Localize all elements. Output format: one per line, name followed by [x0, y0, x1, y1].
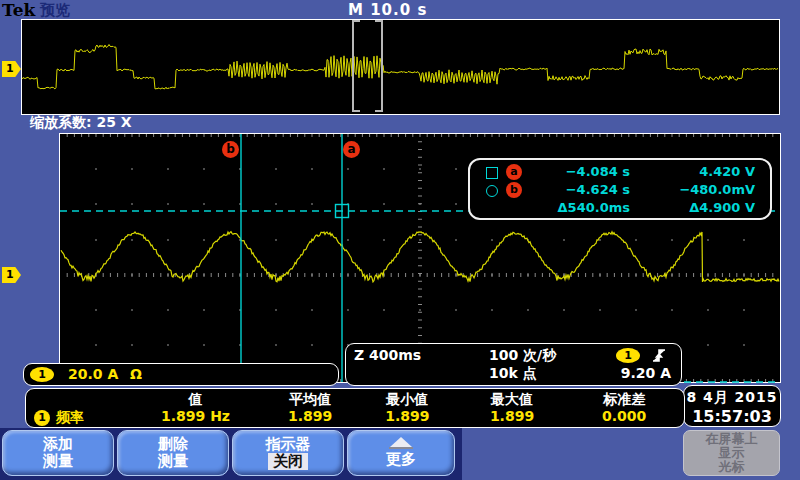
- cursor-a-value: 4.420 V: [630, 164, 755, 179]
- cursor-b-value: −480.0mV: [630, 182, 755, 197]
- zoom-factor-label: 缩放系数: 25 X: [30, 114, 132, 132]
- meas-channel-badge: 1: [34, 410, 50, 426]
- meas-max: 1.899: [460, 408, 565, 427]
- channel1-readout-box[interactable]: 1 20.0 A Ω: [23, 363, 339, 386]
- meas-mean: 1.899: [265, 408, 355, 427]
- cursor-b-badge: b: [506, 182, 522, 198]
- cursor-a-handle[interactable]: a: [343, 141, 360, 158]
- cursor-a-square-icon: [486, 167, 498, 179]
- overview-channel1-tag[interactable]: 1: [2, 61, 21, 77]
- cursor-readout-box: a −4.084 s 4.420 V b −4.624 s −480.0mV Δ…: [468, 158, 772, 220]
- datetime-box: 8 4月 2015 15:57:03: [683, 385, 781, 427]
- cursor-b-time: −4.624 s: [530, 182, 630, 197]
- cursor-b-handle[interactable]: b: [222, 141, 239, 158]
- cursor-b-circle-icon: [486, 185, 498, 197]
- channel1-scale: 20.0 A: [68, 366, 118, 382]
- tek-logo: Tek: [2, 0, 35, 20]
- show-cursors-onscreen-button-disabled[interactable]: 在屏幕上 显示 光标: [683, 430, 780, 476]
- time-readout: 15:57:03: [684, 407, 780, 426]
- measurement-row: 1 频率 1.899 Hz 1.899 1.899 1.899 0.000: [26, 408, 684, 427]
- main-timebase-readout: M 10.0 s: [348, 1, 427, 19]
- date-readout: 8 4月 2015: [684, 389, 780, 407]
- indicator-state-selected: 关闭: [268, 453, 308, 470]
- more-button[interactable]: 更多: [347, 430, 455, 476]
- add-measurement-button[interactable]: 添加 测量: [2, 430, 114, 476]
- trigger-source-badge: 1: [616, 348, 640, 363]
- cursor-a-badge: a: [506, 164, 522, 180]
- measurement-table: 值 平均值 最小值 最大值 标准差 1 频率 1.899 Hz 1.899 1.…: [25, 388, 685, 428]
- meas-stddev: 0.000: [564, 408, 684, 427]
- delete-measurement-button[interactable]: 删除 测量: [117, 430, 229, 476]
- channel1-badge: 1: [30, 367, 54, 382]
- trigger-level-readout: 9.20 A: [571, 365, 671, 381]
- meas-name: 频率: [56, 409, 84, 427]
- acquisition-mode-label: 预览: [40, 1, 70, 20]
- more-up-arrow-icon: [390, 437, 412, 447]
- oscilloscope-screen: Tek 预览 M 10.0 s 1 缩放系数: 25 X 1 b a a −4.…: [0, 0, 800, 480]
- channel1-coupling-ohm: Ω: [130, 366, 142, 382]
- meas-min: 1.899: [355, 408, 460, 427]
- record-length-readout: 10k 点: [489, 365, 537, 383]
- cursor-delta-time: Δ540.0ms: [530, 200, 630, 215]
- zoom-timebase-readout: Z 400ms: [354, 347, 421, 363]
- cursor-a-time: −4.084 s: [530, 164, 630, 179]
- acquisition-readout-box[interactable]: Z 400ms 100 次/秒 10k 点 1 9.20 A: [345, 343, 682, 386]
- indicator-off-button[interactable]: 指示器 关闭: [232, 430, 344, 476]
- trigger-rising-edge-icon: [652, 347, 666, 363]
- cursor-delta-value: Δ4.900 V: [630, 200, 755, 215]
- waveform-overview-panel: [21, 19, 780, 115]
- main-channel1-tag[interactable]: 1: [2, 267, 21, 283]
- waveform-rate-readout: 100 次/秒: [489, 347, 556, 365]
- meas-value: 1.899 Hz: [126, 408, 266, 427]
